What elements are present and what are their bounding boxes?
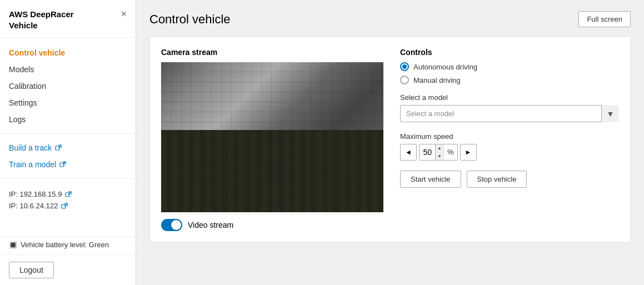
svg-rect-1 [60,163,64,167]
manual-driving-option[interactable]: Manual driving [400,76,619,84]
video-stream-switch[interactable] [161,219,182,231]
close-sidebar-button[interactable]: × [116,9,127,19]
autonomous-radio-dot [402,64,407,69]
main-content: Control vehicle Full screen Camera strea… [136,0,644,285]
nav-divider-1 [0,133,136,134]
video-stream-toggle: Video stream [161,219,383,231]
sidebar-item-build-track[interactable]: Build a track [0,139,136,156]
sidebar-item-calibration[interactable]: Calibration [0,78,136,94]
card-inner: Camera stream Video stream C [161,48,619,231]
speed-increment-button[interactable]: ► [460,144,477,161]
sidebar-item-logs[interactable]: Logs [0,111,136,128]
logout-section: Logout [0,254,136,285]
page-title: Control vehicle [149,12,231,27]
ip-link-2[interactable] [61,203,68,209]
video-stream-label: Video stream [188,221,233,229]
external-link-icon-ip2 [61,203,68,209]
sidebar-item-train-model[interactable]: Train a model [0,156,136,173]
main-card: Camera stream Video stream C [149,36,631,243]
app-title-line1: AWS DeepRacer [9,9,74,19]
camera-feed [161,62,383,212]
model-select[interactable]: Select a model [400,105,619,122]
autonomous-driving-option[interactable]: Autonomous driving [400,62,619,71]
sidebar-nav: Control vehicle Models Calibration Setti… [0,38,136,234]
svg-rect-0 [56,146,59,150]
ip-link-1[interactable] [65,191,72,198]
speed-unit: % [443,144,457,160]
sidebar-item-models[interactable]: Models [0,61,136,78]
fullscreen-button[interactable]: Full screen [578,11,631,27]
ip-item-2: IP: 10.6.24.122 [9,202,127,210]
build-track-label: Build a track [9,143,52,152]
camera-grid-overlay [161,62,383,212]
controls-section: Controls Autonomous driving Manual drivi… [400,48,619,231]
ip-item-1: IP: 192.168.15.9 [9,190,127,198]
model-select-wrapper: Select a model ▼ [400,105,619,122]
logout-button[interactable]: Logout [9,262,54,278]
speed-control: ◄ 50 ▲ ▼ % ► [400,144,619,161]
svg-rect-3 [62,204,66,208]
model-select-label: Select a model [400,93,619,102]
nav-divider-2 [0,178,136,179]
speed-value: 50 [420,144,435,160]
battery-section: 🔳 Vehicle battery level: Green [0,237,136,254]
driving-mode-group: Autonomous driving Manual driving [400,62,619,84]
speed-input-wrap: 50 ▲ ▼ % [419,144,458,161]
main-header: Control vehicle Full screen [149,11,631,27]
ip-section: IP: 192.168.15.9 IP: 10.6.24.122 [0,184,136,219]
train-model-label: Train a model [9,160,56,169]
ip-address-1: IP: 192.168.15.9 [9,190,62,198]
speed-decrement-button[interactable]: ◄ [400,144,417,161]
camera-section-label: Camera stream [161,48,383,57]
controls-section-label: Controls [400,48,619,57]
stop-vehicle-button[interactable]: Stop vehicle [467,171,527,188]
autonomous-driving-label: Autonomous driving [413,63,477,71]
sidebar: AWS DeepRacer Vehicle × Control vehicle … [0,0,136,285]
toggle-thumb [171,220,181,230]
sidebar-header: AWS DeepRacer Vehicle × [0,0,136,38]
speed-spinners: ▲ ▼ [435,144,443,161]
speed-spin-up-button[interactable]: ▲ [436,144,443,152]
manual-driving-label: Manual driving [413,76,461,84]
speed-spin-down-button[interactable]: ▼ [436,152,443,161]
external-link-icon-2 [59,161,66,168]
battery-icon: 🔳 [9,241,17,249]
autonomous-radio-circle [400,62,409,71]
vehicle-buttons: Start vehicle Stop vehicle [400,171,619,188]
sidebar-item-settings[interactable]: Settings [0,94,136,111]
battery-label: Vehicle battery level: Green [21,241,109,249]
camera-section: Camera stream Video stream [161,48,383,231]
sidebar-item-control-vehicle[interactable]: Control vehicle [0,44,136,61]
ip-address-2: IP: 10.6.24.122 [9,202,58,210]
app-title-line2: Vehicle [9,21,38,30]
start-vehicle-button[interactable]: Start vehicle [400,171,461,188]
manual-radio-circle [400,76,409,84]
app-title: AWS DeepRacer Vehicle [9,9,74,31]
external-link-icon-ip1 [65,191,72,198]
speed-label: Maximum speed [400,132,619,141]
svg-rect-2 [66,193,69,197]
external-link-icon [55,144,62,151]
camera-visual [161,62,383,212]
